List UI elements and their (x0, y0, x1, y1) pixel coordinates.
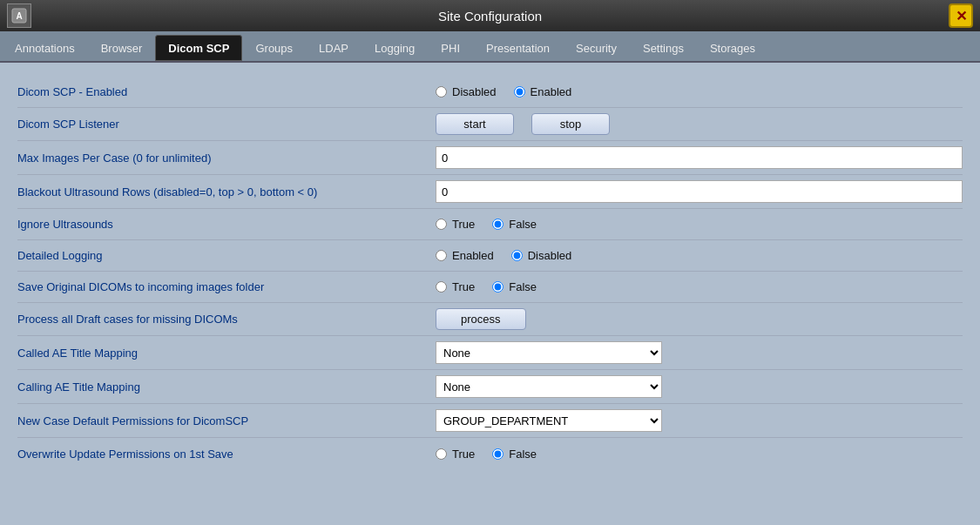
btn-process-draft[interactable]: process (436, 308, 526, 330)
field-label-ignore-ultrasounds: Ignore Ultrasounds (17, 218, 436, 231)
radio-label-dicom-scp-enabled-opt1[interactable]: Disabled (436, 85, 497, 98)
form-row-detailed-logging: Detailed LoggingEnabledDisabled (17, 240, 963, 272)
field-label-detailed-logging: Detailed Logging (17, 249, 436, 262)
close-button[interactable]: ✕ (949, 3, 973, 28)
radio-detailed-logging-opt2[interactable] (511, 250, 523, 261)
field-controls-ignore-ultrasounds: TrueFalse (436, 218, 963, 231)
tab-storages[interactable]: Storages (697, 35, 768, 61)
tab-ldap[interactable]: LDAP (306, 35, 362, 61)
select-called-ae-title[interactable]: None (436, 341, 662, 364)
select-calling-ae-title[interactable]: None (436, 375, 662, 398)
form-row-dicom-scp-listener: Dicom SCP Listenerstartstop (17, 108, 963, 141)
form-row-new-case-default-permissions: New Case Default Permissions for DicomSC… (17, 404, 963, 438)
radio-text-ignore-ultrasounds-opt2: False (509, 218, 537, 231)
tab-presentation[interactable]: Presentation (473, 35, 563, 61)
field-label-called-ae-title: Called AE Title Mapping (17, 347, 436, 360)
text-input-max-images[interactable] (436, 146, 963, 169)
form-row-called-ae-title: Called AE Title MappingNone (17, 336, 963, 370)
form-row-ignore-ultrasounds: Ignore UltrasoundsTrueFalse (17, 209, 963, 240)
select-new-case-default-permissions[interactable]: GROUP_DEPARTMENT (436, 409, 662, 432)
btn-start-dicom-scp-listener[interactable]: start (436, 113, 514, 135)
field-label-overwrite-update-permissions: Overwrite Update Permissions on 1st Save (17, 448, 436, 461)
text-input-blackout-rows[interactable] (436, 180, 963, 203)
form-row-process-draft: Process all Draft cases for missing DICO… (17, 303, 963, 336)
radio-text-detailed-logging-opt1: Enabled (452, 249, 494, 262)
radio-overwrite-update-permissions-opt1[interactable] (436, 448, 447, 460)
radio-ignore-ultrasounds-opt1[interactable] (436, 219, 447, 230)
radio-text-dicom-scp-enabled-opt2: Enabled (531, 85, 572, 98)
radio-label-save-original-dicoms-opt1[interactable]: True (436, 280, 475, 293)
tab-logging[interactable]: Logging (362, 35, 428, 61)
radio-dicom-scp-enabled-opt1[interactable] (436, 86, 447, 98)
form-row-calling-ae-title: Calling AE Title MappingNone (17, 370, 963, 404)
field-controls-calling-ae-title: None (436, 375, 963, 398)
radio-label-overwrite-update-permissions-opt2[interactable]: False (492, 448, 537, 461)
radio-save-original-dicoms-opt2[interactable] (492, 281, 504, 293)
radio-save-original-dicoms-opt1[interactable] (436, 281, 447, 293)
radio-label-ignore-ultrasounds-opt1[interactable]: True (436, 218, 475, 231)
radio-text-detailed-logging-opt2: Disabled (528, 249, 572, 262)
radio-label-detailed-logging-opt1[interactable]: Enabled (436, 249, 494, 262)
field-controls-detailed-logging: EnabledDisabled (436, 249, 963, 262)
field-label-max-images: Max Images Per Case (0 for unlimited) (17, 151, 436, 165)
field-label-dicom-scp-enabled: Dicom SCP - Enabled (17, 85, 436, 98)
radio-text-dicom-scp-enabled-opt1: Disabled (452, 85, 497, 98)
field-controls-overwrite-update-permissions: TrueFalse (436, 448, 963, 461)
radio-ignore-ultrasounds-opt2[interactable] (492, 219, 504, 230)
content-area: Dicom SCP - EnabledDisabledEnabledDicom … (0, 63, 980, 525)
radio-text-save-original-dicoms-opt2: False (509, 280, 537, 293)
radio-label-overwrite-update-permissions-opt1[interactable]: True (436, 448, 475, 461)
field-controls-dicom-scp-enabled: DisabledEnabled (436, 85, 963, 98)
radio-detailed-logging-opt1[interactable] (436, 250, 447, 261)
field-label-calling-ae-title: Calling AE Title Mapping (17, 380, 436, 394)
radio-dicom-scp-enabled-opt2[interactable] (514, 86, 525, 98)
title-bar: A Site Configuration ✕ (0, 0, 980, 31)
radio-text-overwrite-update-permissions-opt2: False (509, 448, 537, 461)
tab-browser[interactable]: Browser (88, 35, 156, 61)
field-label-dicom-scp-listener: Dicom SCP Listener (17, 118, 436, 131)
window-title: Site Configuration (31, 9, 949, 24)
radio-label-ignore-ultrasounds-opt2[interactable]: False (492, 218, 537, 231)
form-row-dicom-scp-enabled: Dicom SCP - EnabledDisabledEnabled (17, 77, 963, 108)
tab-dicom-scp[interactable]: Dicom SCP (155, 35, 242, 61)
radio-text-save-original-dicoms-opt1: True (452, 280, 475, 293)
field-controls-new-case-default-permissions: GROUP_DEPARTMENT (436, 409, 963, 432)
app-logo: A (7, 3, 31, 28)
radio-text-overwrite-update-permissions-opt1: True (452, 448, 475, 461)
field-controls-dicom-scp-listener: startstop (436, 113, 963, 135)
form-row-max-images: Max Images Per Case (0 for unlimited) (17, 141, 963, 175)
btn-stop-dicom-scp-listener[interactable]: stop (531, 113, 610, 135)
radio-text-ignore-ultrasounds-opt1: True (452, 218, 475, 231)
field-label-new-case-default-permissions: New Case Default Permissions for DicomSC… (17, 414, 436, 427)
field-controls-blackout-rows (436, 180, 963, 203)
tab-settings[interactable]: Settings (630, 35, 697, 61)
form-row-overwrite-update-permissions: Overwrite Update Permissions on 1st Save… (17, 438, 963, 469)
field-controls-process-draft: process (436, 308, 963, 330)
field-label-process-draft: Process all Draft cases for missing DICO… (17, 313, 436, 326)
tab-groups[interactable]: Groups (242, 35, 306, 61)
tab-bar: AnnotationsBrowserDicom SCPGroupsLDAPLog… (0, 31, 980, 63)
form-row-blackout-rows: Blackout Ultrasound Rows (disabled=0, to… (17, 175, 963, 209)
field-controls-max-images (436, 146, 963, 169)
tab-security[interactable]: Security (563, 35, 630, 61)
field-controls-save-original-dicoms: TrueFalse (436, 280, 963, 293)
radio-label-dicom-scp-enabled-opt2[interactable]: Enabled (514, 85, 572, 98)
tab-annotations[interactable]: Annotations (2, 35, 88, 61)
field-label-blackout-rows: Blackout Ultrasound Rows (disabled=0, to… (17, 185, 436, 199)
radio-label-save-original-dicoms-opt2[interactable]: False (492, 280, 537, 293)
radio-label-detailed-logging-opt2[interactable]: Disabled (511, 249, 572, 262)
form-row-save-original-dicoms: Save Original DICOMs to incoming images … (17, 272, 963, 303)
svg-text:A: A (16, 11, 22, 21)
field-controls-called-ae-title: None (436, 341, 963, 364)
tab-phi[interactable]: PHI (428, 35, 473, 61)
field-label-save-original-dicoms: Save Original DICOMs to incoming images … (17, 280, 436, 293)
radio-overwrite-update-permissions-opt2[interactable] (492, 448, 504, 460)
